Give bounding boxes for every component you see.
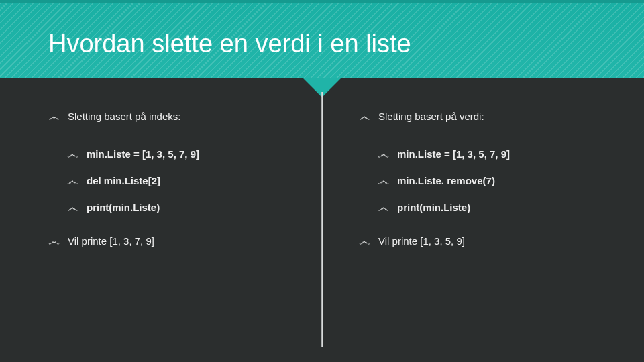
- list-item: ෴ min.Liste = [1, 3, 5, 7, 9]: [378, 148, 610, 160]
- bullet-icon: ෴: [67, 202, 78, 214]
- list-item: ෴ Sletting basert på indeks:: [48, 111, 288, 123]
- slide-content: ෴ Sletting basert på indeks: ෴ min.Liste…: [0, 78, 644, 360]
- list-item: ෴ Vil printe [1, 3, 7, 9]: [48, 235, 288, 247]
- list-item: ෴ del min.Liste[2]: [67, 175, 288, 187]
- code-line: print(min.Liste): [397, 202, 470, 213]
- left-column: ෴ Sletting basert på indeks: ෴ min.Liste…: [0, 111, 322, 360]
- list-item: ෴ print(min.Liste): [378, 202, 610, 214]
- code-line: del min.Liste[2]: [87, 175, 160, 186]
- slide-header: Hvordan slette en verdi i en liste: [0, 0, 644, 78]
- list-item: ෴ print(min.Liste): [67, 202, 288, 214]
- code-line: min.Liste. remove(7): [397, 175, 495, 186]
- left-result: Vil printe [1, 3, 7, 9]: [68, 235, 154, 247]
- code-line: min.Liste = [1, 3, 5, 7, 9]: [397, 148, 510, 160]
- slide-title: Hvordan slette en verdi i en liste: [48, 29, 644, 58]
- bullet-icon: ෴: [359, 235, 370, 247]
- center-divider: [321, 92, 323, 347]
- list-item: ෴ min.Liste. remove(7): [378, 175, 610, 187]
- right-code-block: ෴ min.Liste = [1, 3, 5, 7, 9] ෴ min.List…: [359, 141, 610, 214]
- bullet-icon: ෴: [359, 111, 370, 123]
- bullet-icon: ෴: [67, 175, 78, 187]
- bullet-icon: ෴: [48, 235, 60, 247]
- code-line: print(min.Liste): [87, 202, 160, 213]
- bullet-icon: ෴: [378, 202, 389, 214]
- right-heading: Sletting basert på verdi:: [378, 111, 484, 122]
- bullet-icon: ෴: [378, 175, 389, 187]
- bullet-icon: ෴: [67, 148, 78, 160]
- list-item: ෴ Sletting basert på verdi:: [359, 111, 610, 123]
- right-result: Vil printe [1, 3, 5, 9]: [378, 235, 465, 247]
- list-item: ෴ Vil printe [1, 3, 5, 9]: [359, 235, 610, 247]
- left-code-block: ෴ min.Liste = [1, 3, 5, 7, 9] ෴ del min.…: [48, 141, 288, 214]
- bullet-icon: ෴: [48, 111, 60, 123]
- right-column: ෴ Sletting basert på verdi: ෴ min.Liste …: [322, 111, 644, 360]
- code-line: min.Liste = [1, 3, 5, 7, 9]: [87, 148, 199, 160]
- left-heading: Sletting basert på indeks:: [68, 111, 180, 122]
- list-item: ෴ min.Liste = [1, 3, 5, 7, 9]: [67, 148, 288, 160]
- bullet-icon: ෴: [378, 148, 389, 160]
